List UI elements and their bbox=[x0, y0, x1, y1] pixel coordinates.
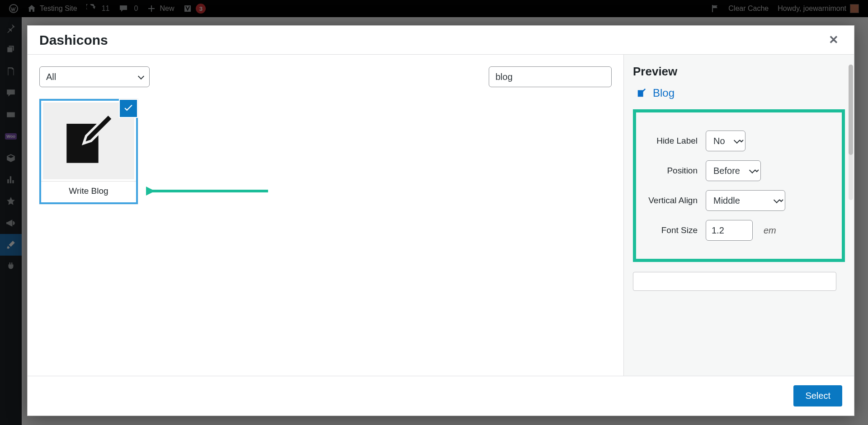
select-button[interactable]: Select bbox=[793, 385, 842, 406]
hide-label-label: Hide Label bbox=[644, 136, 698, 146]
preview-heading: Preview bbox=[633, 65, 845, 79]
modal-header: Dashicons ✕ bbox=[28, 26, 854, 55]
preview-label: Blog bbox=[653, 87, 675, 99]
preview-pane: Preview Blog Hide Label No bbox=[623, 55, 854, 376]
category-select[interactable]: All bbox=[39, 66, 150, 87]
icon-picker-pane: All Write Blo bbox=[28, 55, 623, 376]
preview-options-box: Hide Label No Position Before bbox=[633, 109, 845, 262]
selected-check-icon bbox=[119, 99, 138, 118]
search-input[interactable] bbox=[489, 66, 612, 87]
icon-result-selected[interactable]: Write Blog bbox=[39, 99, 138, 204]
scrollbar[interactable] bbox=[849, 65, 853, 200]
fontsize-label: Font Size bbox=[644, 225, 698, 235]
dashicons-modal: Dashicons ✕ All bbox=[27, 25, 854, 416]
write-blog-icon bbox=[637, 88, 646, 98]
fontsize-unit: em bbox=[764, 225, 776, 236]
preview-sample: Blog bbox=[637, 87, 845, 99]
valign-select[interactable]: Middle bbox=[706, 190, 785, 211]
position-select[interactable]: Before bbox=[706, 160, 761, 181]
icon-result-label: Write Blog bbox=[41, 181, 136, 202]
position-label: Position bbox=[644, 166, 698, 176]
valign-label: Vertical Align bbox=[644, 196, 698, 205]
fontsize-input[interactable] bbox=[706, 220, 753, 241]
hide-label-select[interactable]: No bbox=[706, 131, 745, 151]
extra-field[interactable] bbox=[633, 272, 836, 291]
close-button[interactable]: ✕ bbox=[825, 31, 842, 49]
modal-footer: Select bbox=[28, 376, 854, 416]
modal-title: Dashicons bbox=[39, 33, 108, 48]
